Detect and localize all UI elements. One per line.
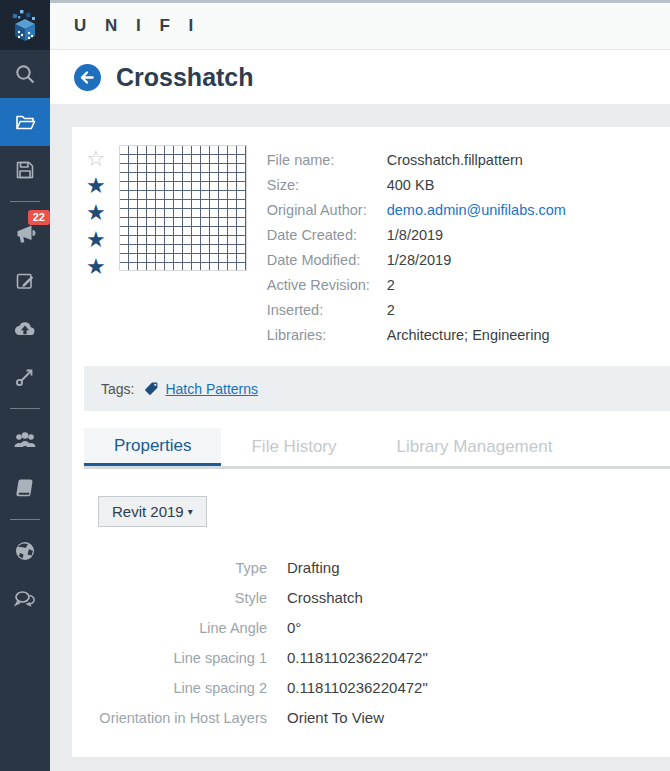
version-selector-row: Revit 2019 ▾ — [72, 469, 670, 527]
property-row: Style Crosshatch — [72, 583, 670, 613]
star-icon[interactable]: ☆ — [86, 145, 106, 172]
property-label: Line Angle — [72, 613, 267, 643]
revit-version-dropdown[interactable]: Revit 2019 ▾ — [98, 496, 207, 527]
detail-label: Libraries: — [267, 323, 387, 348]
file-summary: ☆ ★ ★ ★ ★ File name: Crosshatch.fillpatt… — [72, 139, 670, 348]
detail-row: File name: Crosshatch.fillpattern — [267, 148, 566, 173]
property-value: Drafting — [287, 553, 670, 583]
property-value: Orient To View — [287, 703, 670, 733]
detail-row: Date Modified: 1/28/2019 — [267, 248, 566, 273]
tab-bar: Properties File History Library Manageme… — [84, 428, 670, 469]
rating-stars: ☆ ★ ★ ★ ★ — [86, 145, 106, 348]
title-bar: Crosshatch — [50, 50, 670, 104]
sidebar-divider — [10, 201, 40, 202]
sidebar-item-edit[interactable] — [0, 257, 50, 305]
brand-title: U N I F I — [74, 16, 200, 36]
sidebar-divider — [10, 519, 40, 520]
star-icon[interactable]: ★ — [86, 226, 106, 253]
property-row: Type Drafting — [72, 553, 670, 583]
sidebar-item-users[interactable] — [0, 416, 50, 464]
book-icon — [13, 476, 37, 500]
sidebar-item-browse[interactable] — [0, 98, 50, 146]
detail-value: 2 — [387, 298, 395, 323]
file-details: File name: Crosshatch.fillpattern Size: … — [267, 145, 566, 348]
detail-row: Libraries: Architecture; Engineering — [267, 323, 566, 348]
globe-icon — [13, 539, 37, 563]
star-icon[interactable]: ★ — [86, 253, 106, 280]
property-row: Line spacing 2 0.118110236220472" — [72, 673, 670, 703]
detail-value: Crosshatch.fillpattern — [387, 148, 523, 173]
detail-row: Active Revision: 2 — [267, 273, 566, 298]
detail-value: 1/28/2019 — [387, 248, 452, 273]
app-header: U N I F I — [50, 0, 670, 50]
property-label: Orientation in Host Layers — [72, 703, 267, 733]
chat-icon — [12, 586, 38, 612]
detail-value: Architecture; Engineering — [387, 323, 550, 348]
property-label: Line spacing 1 — [72, 643, 267, 673]
sidebar-item-library[interactable] — [0, 464, 50, 512]
tags-label: Tags: — [101, 381, 134, 397]
users-icon — [12, 427, 38, 453]
notification-badge: 22 — [28, 210, 50, 225]
page-title: Crosshatch — [116, 63, 254, 92]
properties-list: Type Drafting Style Crosshatch Line Angl… — [72, 553, 670, 733]
detail-label: Active Revision: — [267, 273, 387, 298]
sidebar-divider — [10, 408, 40, 409]
detail-label: Original Author: — [267, 198, 387, 223]
property-label: Type — [72, 553, 267, 583]
property-value: Crosshatch — [287, 583, 670, 613]
property-row: Line Angle 0° — [72, 613, 670, 643]
save-icon — [14, 159, 36, 181]
sidebar-item-share[interactable] — [0, 353, 50, 401]
tab-properties[interactable]: Properties — [84, 428, 221, 466]
revit-version-label: Revit 2019 — [112, 503, 184, 520]
property-row: Orientation in Host Layers Orient To Vie… — [72, 703, 670, 733]
detail-value: 400 KB — [387, 173, 435, 198]
tab-library-management[interactable]: Library Management — [367, 428, 583, 466]
detail-row: Date Created: 1/8/2019 — [267, 223, 566, 248]
app-window: 22 — [0, 0, 670, 771]
property-row: Line spacing 1 0.118110236220472" — [72, 643, 670, 673]
detail-label: File name: — [267, 148, 387, 173]
file-detail-card: ☆ ★ ★ ★ ★ File name: Crosshatch.fillpatt… — [72, 127, 670, 757]
sidebar-item-announcements[interactable]: 22 — [0, 209, 50, 257]
share-link-icon — [14, 366, 36, 388]
sidebar-item-web[interactable] — [0, 527, 50, 575]
tag-link-hatch-patterns[interactable]: Hatch Patterns — [165, 381, 258, 397]
detail-label: Date Modified: — [267, 248, 387, 273]
tag-icon — [144, 381, 159, 396]
sidebar-item-chat[interactable] — [0, 575, 50, 623]
detail-label: Size: — [267, 173, 387, 198]
property-value: 0.118110236220472" — [287, 673, 670, 703]
detail-label: Date Created: — [267, 223, 387, 248]
detail-value: 1/8/2019 — [387, 223, 443, 248]
detail-value: 2 — [387, 273, 395, 298]
property-label: Style — [72, 583, 267, 613]
detail-label: Inserted: — [267, 298, 387, 323]
back-arrow-icon — [79, 69, 96, 86]
sidebar-item-save[interactable] — [0, 146, 50, 194]
chevron-down-icon: ▾ — [188, 506, 193, 517]
edit-icon — [14, 270, 36, 292]
sidebar-item-search[interactable] — [0, 50, 50, 98]
sidebar-item-cloud-upload[interactable] — [0, 305, 50, 353]
unifi-logo-icon — [7, 7, 43, 43]
detail-row: Size: 400 KB — [267, 173, 566, 198]
star-icon[interactable]: ★ — [86, 199, 106, 226]
unifi-logo[interactable] — [0, 0, 50, 50]
main-area: U N I F I Crosshatch ☆ ★ ★ ★ — [50, 0, 670, 771]
sidebar: 22 — [0, 0, 50, 771]
tab-file-history[interactable]: File History — [221, 428, 366, 466]
property-value: 0° — [287, 613, 670, 643]
detail-row: Original Author: demo.admin@unifilabs.co… — [267, 198, 566, 223]
property-value: 0.118110236220472" — [287, 643, 670, 673]
page-body: ☆ ★ ★ ★ ★ File name: Crosshatch.fillpatt… — [50, 104, 670, 771]
search-icon — [14, 63, 36, 85]
tags-row: Tags: Hatch Patterns — [84, 366, 670, 411]
author-email-link[interactable]: demo.admin@unifilabs.com — [387, 198, 566, 223]
detail-row: Inserted: 2 — [267, 298, 566, 323]
property-label: Line spacing 2 — [72, 673, 267, 703]
back-button[interactable] — [74, 64, 101, 91]
fill-pattern-preview — [119, 145, 247, 271]
star-icon[interactable]: ★ — [86, 172, 106, 199]
